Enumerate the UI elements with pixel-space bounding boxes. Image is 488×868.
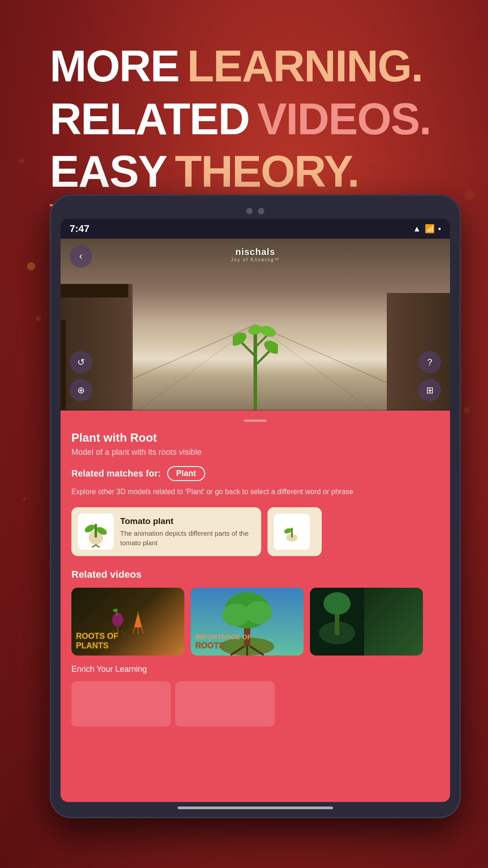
enrich-content-row <box>71 681 439 726</box>
tablet-home-bar <box>178 807 333 809</box>
ar-share-button[interactable]: ⊞ <box>418 379 441 401</box>
model-card-seed[interactable] <box>267 507 322 556</box>
ar-logo-subtitle: Joy of Knowing™ <box>231 257 280 262</box>
svg-point-11 <box>248 324 263 335</box>
svg-point-24 <box>113 613 123 627</box>
video-title-importance-of: Importance of <box>195 633 301 641</box>
related-matches-label: Related matches for: Plant <box>71 466 439 481</box>
tomato-card-name: Tomato plant <box>120 516 255 526</box>
svg-point-8 <box>233 330 249 349</box>
bottom-sheet: Plant with Root Model of a plant with it… <box>61 410 450 802</box>
sheet-handle[interactable] <box>244 420 267 422</box>
ar-camera-view: nischals Joy of Knowing™ ‹ ↺ ⊕ <box>61 239 450 410</box>
headline-theory: THEORY. <box>175 146 359 197</box>
ar-reset-button[interactable]: ↺ <box>70 351 92 373</box>
video-thumb-3[interactable] <box>310 588 423 656</box>
ar-logo: nischals Joy of Knowing™ <box>231 247 280 262</box>
ar-plant-model <box>233 302 278 410</box>
related-description: Explore other 3D models related to 'Plan… <box>71 486 439 497</box>
back-arrow-icon: ‹ <box>79 250 82 262</box>
svg-line-6 <box>255 352 269 365</box>
help-icon: ? <box>427 357 432 368</box>
seed-icon <box>276 516 308 547</box>
svg-line-19 <box>91 545 96 547</box>
tomato-plant-icon <box>80 516 112 547</box>
tablet-body: 7:47 ▲ 📶 ▪ <box>50 194 461 818</box>
enrich-label: Enrich Your Learning <box>71 665 439 674</box>
model-card-thumb-tomato <box>78 514 114 550</box>
model-cards-row: Tomato plant The animation depicts diffe… <box>71 507 439 556</box>
svg-point-9 <box>262 338 278 357</box>
bookmark-icon: ⊕ <box>77 385 85 396</box>
headline-easy: EASY <box>50 146 167 197</box>
model-card-info-tomato: Tomato plant The animation depicts diffe… <box>120 516 255 547</box>
svg-point-43 <box>245 601 272 624</box>
ar-controls-left: ↺ ⊕ <box>70 351 92 401</box>
enrich-item-2[interactable] <box>175 681 275 726</box>
video-thumb-roots-plants[interactable]: Roots of Plants <box>71 588 184 656</box>
video-3-art <box>310 588 364 656</box>
reset-icon: ↺ <box>77 357 85 368</box>
enrich-item-1[interactable] <box>71 681 171 726</box>
svg-line-5 <box>242 343 255 356</box>
ar-controls-right: ? ⊞ <box>418 351 441 401</box>
video-title-roots-of: Roots of <box>76 632 182 642</box>
model-card-tomato[interactable]: Tomato plant The animation depicts diffe… <box>71 507 261 556</box>
status-time: 7:47 <box>70 223 89 235</box>
headline-line-2: RELATED VIDEOS. <box>50 94 461 145</box>
signal-icon: ▲ <box>413 224 421 234</box>
floor-line <box>61 410 450 410</box>
plant-svg <box>233 302 278 410</box>
tablet-screen: 7:47 ▲ 📶 ▪ <box>61 219 450 802</box>
headline-line-1: MORE LEARNING. <box>50 41 461 92</box>
wifi-icon: 📶 <box>425 224 435 234</box>
ar-bookmark-button[interactable]: ⊕ <box>70 379 92 401</box>
ar-back-button[interactable]: ‹ <box>70 245 92 268</box>
related-videos-label: Related videos <box>71 569 439 580</box>
tomato-card-desc: The animation depicts different parts of… <box>120 528 255 547</box>
camera-dot-2 <box>258 208 264 214</box>
sheet-title: Plant with Root <box>71 431 439 445</box>
tablet-device: 7:47 ▲ 📶 ▪ <box>50 194 461 818</box>
ar-logo-text: nischals <box>231 247 280 257</box>
video-title-plants: Plants <box>76 641 182 651</box>
status-bar: 7:47 ▲ 📶 ▪ <box>61 219 450 239</box>
video-label-importance-roots: Importance of ROOTS <box>195 633 301 651</box>
headline-learning: LEARNING. <box>187 41 422 92</box>
ar-help-button[interactable]: ? <box>418 351 441 373</box>
share-icon: ⊞ <box>426 385 434 396</box>
headline-related: RELATED <box>50 94 249 145</box>
svg-line-20 <box>96 545 101 547</box>
video-label-roots-plants: Roots of Plants <box>76 632 182 651</box>
headline-line-3: EASY THEORY. <box>50 146 461 197</box>
status-icons: ▲ 📶 ▪ <box>413 224 441 234</box>
svg-rect-4 <box>253 329 257 410</box>
header-text-area: MORE LEARNING. RELATED VIDEOS. EASY THEO… <box>50 41 461 206</box>
camera-dot-1 <box>246 208 253 214</box>
svg-rect-16 <box>94 524 97 538</box>
headline-videos: VIDEOS. <box>258 94 431 145</box>
svg-rect-31 <box>137 611 139 615</box>
tablet-camera-area <box>246 208 264 214</box>
plant-tag[interactable]: Plant <box>167 466 205 481</box>
video-thumb-importance-roots[interactable]: Importance of ROOTS <box>191 588 304 656</box>
model-card-thumb-seed <box>274 514 310 550</box>
video-title-roots: ROOTS <box>195 641 301 651</box>
related-matches-text: Related matches for: <box>71 468 161 479</box>
svg-point-47 <box>324 592 351 615</box>
videos-row: Roots of Plants <box>71 588 439 656</box>
headline-more: MORE <box>50 41 179 92</box>
battery-icon: ▪ <box>438 224 441 234</box>
sheet-subtitle: Model of a plant with its roots visible <box>71 448 439 457</box>
svg-rect-28 <box>116 611 117 616</box>
